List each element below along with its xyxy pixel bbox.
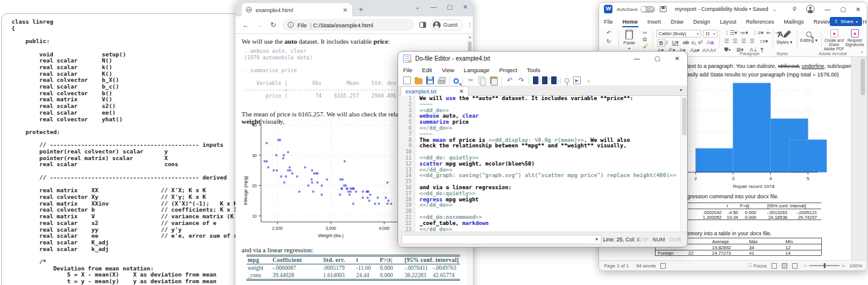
ribbon-tab-design[interactable]: Design bbox=[688, 16, 715, 27]
share-button[interactable]: ⇪ Share ▾ bbox=[830, 17, 862, 26]
word-doc-scroll-area[interactable] bbox=[851, 57, 867, 260]
dofile-close-button[interactable]: ✕ bbox=[675, 55, 680, 62]
dofile-scrollbar-thumb[interactable] bbox=[682, 98, 687, 135]
print-icon[interactable] bbox=[438, 79, 446, 84]
multilevel-list-icon[interactable]: ⋮≡▾ bbox=[752, 30, 764, 36]
align-center-icon[interactable]: ☰ bbox=[733, 38, 737, 44]
cut-icon[interactable]: ✂ bbox=[643, 30, 648, 36]
browser-profile-chevron-icon[interactable]: ⌄ bbox=[415, 4, 420, 10]
page-indicator[interactable]: Page 1 of 1 bbox=[604, 263, 629, 269]
tab-close-icon[interactable]: ✕ bbox=[343, 7, 348, 13]
bullets-icon[interactable]: ⋮☰▾ bbox=[724, 30, 737, 36]
guest-profile-button[interactable]: Guest bbox=[430, 19, 463, 30]
word-close-button[interactable]: ✕ bbox=[856, 6, 861, 13]
clear-formatting-icon[interactable]: A𝗮 bbox=[707, 39, 714, 45]
collapse-ribbon-icon[interactable]: ⌄ bbox=[860, 49, 864, 54]
shrink-font-icon[interactable]: A˅ bbox=[710, 47, 716, 53]
paste-icon[interactable] bbox=[490, 76, 498, 84]
reload-icon[interactable]: ↻ bbox=[270, 21, 276, 29]
browser-tab[interactable]: example4.html ✕ bbox=[242, 3, 352, 16]
side-panel-icon[interactable] bbox=[419, 22, 426, 28]
ribbon-tab-insert[interactable]: Insert bbox=[643, 16, 666, 27]
change-case-icon[interactable]: Aa▾ bbox=[690, 47, 700, 53]
dofile-tab-close-icon[interactable]: ✕ bbox=[459, 89, 464, 95]
undo-icon[interactable]: ↶ bbox=[606, 30, 611, 36]
menu-tools[interactable]: Tools bbox=[522, 67, 545, 73]
paste-button[interactable]: Paste▾ bbox=[623, 30, 635, 50]
editing-button[interactable]: Editing ▾ bbox=[800, 30, 818, 43]
autosave-toggle[interactable]: Off bbox=[640, 6, 655, 13]
font-name-combo[interactable]: Calibri (Body)▾ bbox=[656, 30, 701, 38]
zoom-out-icon[interactable]: − bbox=[804, 263, 807, 269]
align-right-icon[interactable]: ☰ bbox=[741, 38, 746, 44]
line-spacing-icon[interactable]: ↕≡▾ bbox=[759, 38, 768, 44]
strikethrough-button[interactable]: ab bbox=[683, 39, 689, 45]
save-icon[interactable] bbox=[426, 76, 434, 84]
word-search-icon[interactable]: ⚲ bbox=[793, 6, 797, 12]
title-chevron-icon[interactable]: ⌄ bbox=[772, 7, 776, 12]
scroll-up-icon[interactable]: ▲ bbox=[468, 35, 472, 39]
menu-project[interactable]: Project bbox=[494, 67, 522, 73]
new-tab-button[interactable]: + bbox=[359, 5, 364, 13]
word-minimize-button[interactable]: — bbox=[824, 6, 830, 13]
menu-file[interactable]: File bbox=[398, 67, 417, 73]
copy-icon[interactable]: ⧉ bbox=[643, 36, 646, 43]
web-layout-icon[interactable] bbox=[792, 263, 798, 269]
copy-icon[interactable] bbox=[478, 76, 486, 84]
redo-icon[interactable]: ↻ bbox=[606, 38, 611, 44]
back-icon[interactable]: ← bbox=[242, 21, 249, 29]
request-signatures-button[interactable]: Request Signatures bbox=[846, 29, 864, 47]
next-bookmark-icon[interactable] bbox=[542, 76, 548, 84]
menu-view[interactable]: View bbox=[437, 67, 459, 73]
bold-button[interactable]: B bbox=[657, 39, 665, 47]
zoom-slider[interactable] bbox=[809, 265, 839, 266]
zoom-in-icon[interactable]: + bbox=[842, 263, 845, 269]
styles-button[interactable]: A🖉 Styles ▾ bbox=[776, 30, 792, 45]
dofile-tab[interactable]: example4.txt ✕ bbox=[401, 86, 469, 96]
ribbon-tab-references[interactable]: References bbox=[741, 16, 779, 27]
decrease-indent-icon[interactable]: ⇤ bbox=[767, 30, 771, 36]
browser-minimize-button[interactable]: — bbox=[430, 4, 436, 10]
word-maximize-button[interactable]: ▢ bbox=[840, 6, 846, 13]
ribbon-tab-draw[interactable]: Draw bbox=[666, 16, 688, 27]
zoom-level[interactable]: 100% bbox=[850, 263, 862, 269]
find-icon[interactable] bbox=[453, 78, 459, 84]
save-icon[interactable] bbox=[660, 6, 666, 12]
show-paragraph-marks-icon[interactable]: ¶ bbox=[761, 47, 764, 53]
focus-label[interactable]: Focus bbox=[753, 263, 767, 269]
dofile-scrollbar[interactable] bbox=[680, 96, 687, 232]
zoom-slider-knob[interactable] bbox=[824, 263, 826, 268]
open-icon[interactable] bbox=[415, 78, 422, 84]
create-adobe-pdf-button[interactable]: Create and Share Adobe PDF bbox=[824, 29, 844, 51]
new-do-file-icon[interactable] bbox=[403, 76, 411, 84]
font-size-combo[interactable]: 11▾ bbox=[703, 30, 717, 38]
word-scrollbar-thumb[interactable] bbox=[861, 59, 865, 95]
focus-icon[interactable]: ⛶ bbox=[748, 263, 752, 269]
dofile-editor-area[interactable]: 1234567891011121314151617181920212223 We… bbox=[398, 96, 687, 232]
read-mode-icon[interactable] bbox=[771, 263, 777, 269]
dofile-status-dropdown[interactable] bbox=[401, 235, 602, 244]
justify-icon[interactable]: ☰ bbox=[750, 38, 754, 44]
previous-bookmark-icon[interactable] bbox=[551, 76, 557, 84]
preview-icon[interactable] bbox=[565, 78, 569, 83]
superscript-button[interactable]: x² bbox=[698, 39, 703, 45]
forward-icon[interactable]: → bbox=[256, 21, 263, 29]
subscript-button[interactable]: x₂ bbox=[691, 39, 696, 45]
cut-icon[interactable]: ✂ bbox=[467, 76, 475, 84]
redo-icon[interactable]: ↷ bbox=[517, 76, 525, 84]
menu-edit[interactable]: Edit bbox=[417, 67, 436, 73]
numbering-icon[interactable]: ≔▾ bbox=[740, 30, 748, 36]
proofing-icon[interactable] bbox=[660, 263, 666, 269]
ribbon-tab-home[interactable]: Home bbox=[618, 16, 643, 27]
word-account-avatar[interactable] bbox=[806, 5, 815, 13]
browser-menu-icon[interactable]: ⋮ bbox=[467, 22, 473, 29]
ribbon-tab-file[interactable]: File bbox=[599, 16, 618, 27]
undo-icon[interactable]: ↶ bbox=[506, 76, 514, 84]
dofile-maximize-button[interactable]: ▢ bbox=[654, 55, 660, 62]
tab-list-icon[interactable]: ▾ bbox=[680, 87, 682, 93]
shading-icon[interactable]: ⛊▾ bbox=[724, 47, 731, 53]
format-painter-icon[interactable]: 🖌 bbox=[643, 43, 648, 49]
align-left-icon[interactable]: ☰ bbox=[724, 38, 729, 44]
grow-font-icon[interactable]: A˄ bbox=[702, 47, 709, 53]
ribbon-tab-layout[interactable]: Layout bbox=[715, 16, 741, 27]
